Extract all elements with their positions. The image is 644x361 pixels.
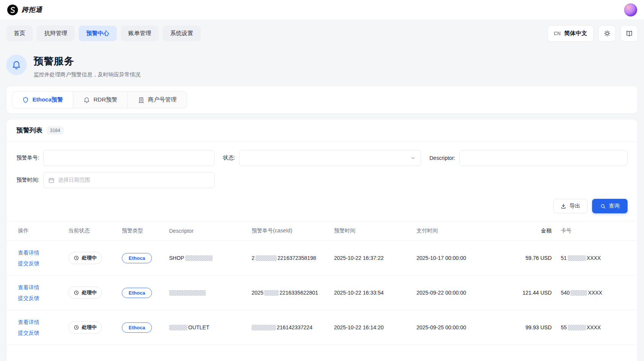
amount-cell: 121.44 USD — [503, 276, 556, 310]
status-label: 状态: — [223, 155, 235, 161]
status-label: 处理中 — [82, 255, 97, 261]
tab-merchant[interactable]: 商户号管理 — [128, 92, 187, 108]
tab-label: RDR预警 — [94, 96, 118, 103]
status-badge: 处理中 — [68, 321, 102, 334]
actions-cell: 查看详情 提交反馈 — [6, 310, 64, 345]
status-badge: 处理中 — [68, 287, 102, 299]
calendar-icon — [48, 177, 55, 184]
submit-feedback-link[interactable]: 提交反馈 — [18, 327, 59, 338]
alert-type-badge: Ethoca — [122, 253, 152, 263]
view-detail-link[interactable]: 查看详情 — [18, 317, 59, 327]
export-button[interactable]: 导出 — [553, 199, 588, 213]
avatar[interactable] — [624, 3, 637, 16]
status-select[interactable] — [239, 150, 421, 166]
descriptor-cell: OUTLET — [165, 310, 247, 345]
view-detail-link[interactable]: 查看详情 — [18, 247, 59, 258]
language-button[interactable]: CN 简体中文 — [547, 25, 594, 42]
alert-type-badge: Ethoca — [122, 322, 152, 333]
card-number-cell: 55XXXX — [556, 310, 638, 345]
table-row: 查看详情 提交反馈 处理中 Ethoca OUTLET 216142337224… — [6, 310, 638, 345]
date-range-picker[interactable]: 选择日期范围 — [43, 172, 215, 188]
submit-feedback-link[interactable]: 提交反馈 — [18, 293, 59, 303]
redacted-text — [568, 325, 586, 330]
alert-service-bell-icon — [6, 55, 27, 75]
submit-feedback-link[interactable]: 提交反馈 — [18, 258, 59, 269]
card-number-cell: 540XXXX — [556, 276, 638, 310]
search-button[interactable]: 查询 — [592, 199, 628, 213]
tab-ethoca[interactable]: Ethoca预警 — [12, 92, 73, 108]
type-cell: Ethoca — [117, 241, 165, 276]
filter-form: 预警单号: 状态: Descriptor: 预警时间: — [6, 142, 638, 190]
nav-item-home[interactable]: 首页 — [6, 26, 33, 41]
brand-logo-icon — [7, 4, 18, 16]
status-cell: 处理中 — [64, 241, 117, 276]
column-header: 金额 — [503, 221, 556, 241]
nav-item-alert-center[interactable]: 预警中心 — [79, 26, 117, 41]
main-nav: 首页抗辩管理预警中心账单管理系统设置 CN 简体中文 — [0, 20, 644, 47]
redacted-text — [570, 290, 587, 296]
descriptor-cell: SHOP — [165, 241, 247, 276]
status-label: 处理中 — [82, 289, 97, 296]
view-detail-link[interactable]: 查看详情 — [18, 282, 59, 293]
search-label: 查询 — [609, 203, 620, 210]
alert-no-input[interactable] — [48, 155, 210, 161]
page-subtitle: 监控并处理商户预警信息，及时响应异常情况 — [34, 71, 140, 78]
filter-actions: 导出 查询 — [6, 190, 638, 221]
pay-time-cell: 2025-09-22 00:00:00 — [412, 276, 503, 310]
tabs-card: Ethoca预警RDR预警商户号管理 — [6, 86, 638, 114]
language-code: CN — [554, 31, 561, 36]
descriptor-input[interactable] — [464, 155, 623, 161]
list-count-badge: 3164 — [47, 126, 64, 135]
nav-item-billing[interactable]: 账单管理 — [121, 26, 159, 41]
redacted-text — [568, 255, 586, 261]
search-icon — [600, 203, 606, 209]
type-cell: Ethoca — [117, 276, 165, 310]
redacted-text — [264, 290, 279, 296]
alert-time-cell: 2025-10-22 16:37:22 — [329, 241, 412, 276]
alert-no-label: 预警单号: — [16, 155, 39, 161]
download-icon — [560, 203, 567, 209]
redacted-text — [169, 290, 206, 296]
case-id-cell: 20252216335622801 — [247, 276, 329, 310]
alert-table-wrap: 操作当前状态预警类型Descriptor预警单号(caseId)预警时间支付时间… — [6, 221, 638, 345]
filter-alert-no: 预警单号: — [16, 150, 215, 166]
alert-time-label: 预警时间: — [16, 177, 39, 184]
actions-cell: 查看详情 提交反馈 — [6, 276, 64, 310]
redacted-text — [169, 325, 187, 330]
date-range-placeholder: 选择日期范围 — [58, 177, 90, 184]
card-number-cell: 51XXXX — [556, 241, 638, 276]
column-header: 预警时间 — [329, 221, 412, 241]
status-badge: 处理中 — [68, 252, 102, 264]
redacted-text — [185, 255, 213, 261]
theme-toggle-button[interactable] — [598, 25, 616, 42]
redacted-text — [252, 325, 276, 330]
alert-time-cell: 2025-10-22 16:14:20 — [329, 310, 412, 345]
alert-type-badge: Ethoca — [122, 288, 152, 298]
bell-icon — [83, 97, 90, 103]
page-header: 预警服务 监控并处理商户预警信息，及时响应异常情况 — [0, 47, 644, 81]
shield-icon — [22, 97, 29, 103]
filter-descriptor: Descriptor: — [429, 150, 628, 166]
pay-time-cell: 2025-09-25 00:00:00 — [412, 310, 503, 345]
tab-rdr[interactable]: RDR预警 — [73, 92, 128, 108]
docs-button[interactable] — [620, 25, 638, 42]
brand-name: 跨拒通 — [22, 5, 42, 14]
tab-group: Ethoca预警RDR预警商户号管理 — [12, 91, 187, 108]
descriptor-cell — [165, 276, 247, 310]
descriptor-label: Descriptor: — [429, 155, 455, 161]
page-title: 预警服务 — [34, 55, 140, 68]
column-header: 卡号 — [556, 221, 638, 241]
alert-time-cell: 2025-10-22 16:33:54 — [329, 276, 412, 310]
nav-item-dispute[interactable]: 抗辩管理 — [37, 26, 75, 41]
brand: 跨拒通 — [7, 4, 42, 16]
table-row: 查看详情 提交反馈 处理中 Ethoca 20252216335622801 2… — [6, 276, 638, 310]
type-cell: Ethoca — [117, 310, 165, 345]
chevron-down-icon — [410, 155, 416, 161]
nav-item-settings[interactable]: 系统设置 — [163, 26, 201, 41]
descriptor-input-wrap — [459, 150, 628, 166]
status-cell: 处理中 — [64, 310, 117, 345]
table-header-row: 操作当前状态预警类型Descriptor预警单号(caseId)预警时间支付时间… — [6, 221, 638, 241]
clock-icon — [74, 325, 79, 330]
book-icon — [626, 30, 633, 37]
tab-label: 商户号管理 — [148, 96, 177, 103]
